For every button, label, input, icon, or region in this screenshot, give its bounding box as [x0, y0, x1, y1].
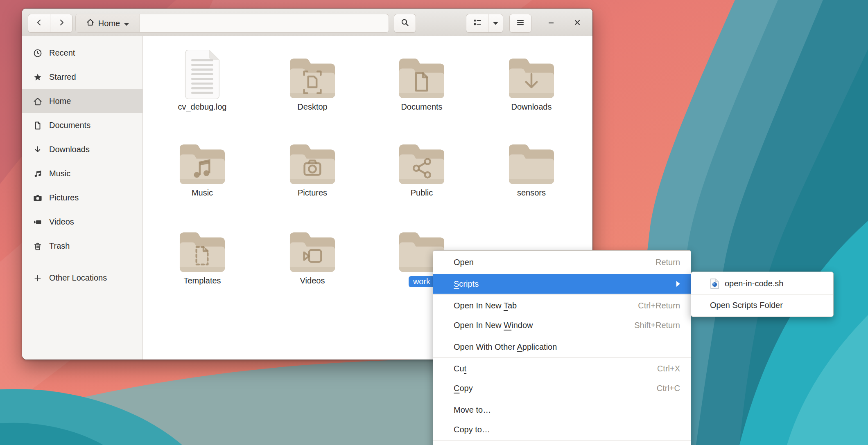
home-icon	[33, 97, 43, 106]
folder-icon	[177, 136, 228, 185]
list-view-icon	[472, 18, 482, 29]
location-button-home[interactable]: Home	[76, 14, 140, 32]
menu-separator	[433, 440, 691, 441]
script-file-icon	[710, 278, 719, 289]
menu-item-move-to[interactable]: Move to…	[433, 400, 691, 420]
menu-item-copy-to[interactable]: Copy to…	[433, 420, 691, 439]
minimize-button[interactable]	[543, 14, 559, 33]
caret-down-icon	[124, 19, 129, 28]
star-icon	[33, 72, 43, 82]
submenu-item-label: open-in-code.sh	[725, 279, 783, 288]
places-sidebar: RecentStarredHomeDocumentsDownloadsMusic…	[22, 36, 143, 360]
sidebar-item-label: Downloads	[49, 145, 90, 154]
sidebar-item-label: Documents	[49, 121, 90, 130]
sidebar-item-downloads[interactable]: Downloads	[22, 137, 142, 162]
file-label: Public	[411, 188, 433, 198]
file-label: Documents	[401, 102, 442, 112]
caret-down-icon	[493, 20, 499, 27]
menu-item-open-with-other-application[interactable]: Open With Other Application	[433, 337, 691, 357]
menu-separator	[433, 273, 691, 273]
scripts-submenu: open-in-code.shOpen Scripts Folder	[691, 272, 834, 317]
path-bar-empty[interactable]	[140, 14, 389, 32]
search-button[interactable]	[394, 14, 416, 33]
submenu-item-open-in-code-sh[interactable]: open-in-code.sh	[691, 274, 833, 293]
camera-icon	[33, 193, 43, 203]
menu-item-label: Copy to…	[454, 425, 490, 434]
download-icon	[33, 145, 43, 155]
file-tile[interactable]: Videos	[269, 224, 355, 285]
music-icon	[33, 169, 43, 179]
file-tile[interactable]: cv_debug.log	[159, 50, 245, 112]
menu-accel: Shift+Return	[634, 321, 680, 330]
sidebar-item-starred[interactable]: Starred	[22, 65, 142, 89]
sidebar-item-trash[interactable]: Trash	[22, 234, 142, 258]
folder-icon	[396, 50, 447, 99]
hamburger-menu-button[interactable]	[509, 14, 531, 33]
document-icon	[33, 121, 43, 130]
menu-item-cut[interactable]: CutCtrl+X	[433, 359, 691, 378]
file-tile[interactable]: Desktop	[269, 50, 355, 112]
file-tile[interactable]: Public	[379, 136, 465, 198]
sidebar-item-videos[interactable]: Videos	[22, 210, 142, 234]
menu-accel: Ctrl+C	[657, 384, 680, 393]
menu-item-open[interactable]: OpenReturn	[433, 252, 691, 272]
file-tile[interactable]: sensors	[488, 136, 574, 198]
sidebar-separator	[22, 262, 142, 262]
video-icon	[33, 217, 43, 227]
file-tile[interactable]: Templates	[159, 224, 245, 285]
folder-icon	[506, 136, 557, 185]
search-icon	[400, 18, 410, 29]
menu-item-label: Cut	[454, 364, 466, 373]
menu-item-label: Move to…	[454, 405, 491, 415]
sidebar-item-music[interactable]: Music	[22, 162, 142, 186]
file-tile[interactable]: Downloads	[488, 50, 574, 112]
menu-item-move-to-trash[interactable]: Move to TrashDelete	[433, 441, 691, 445]
nav-button-group	[28, 14, 72, 33]
sidebar-item-documents[interactable]: Documents	[22, 113, 142, 137]
menu-item-open-in-new-window[interactable]: Open In New WindowShift+Return	[433, 315, 691, 335]
file-tile[interactable]: Music	[159, 136, 245, 198]
folder-icon	[287, 136, 338, 185]
view-options-button[interactable]	[488, 14, 503, 32]
file-label: Templates	[183, 276, 221, 285]
menu-item-label: Open In New Window	[454, 321, 533, 330]
text-file-icon	[183, 50, 222, 99]
file-label: cv_debug.log	[178, 102, 227, 112]
menu-accel: Ctrl+Return	[638, 301, 680, 310]
forward-button[interactable]	[50, 14, 72, 32]
menu-separator	[433, 294, 691, 295]
home-icon	[86, 18, 95, 29]
view-toggle-button[interactable]	[466, 14, 488, 32]
minimize-icon	[547, 19, 555, 28]
menu-item-scripts[interactable]: Scripts	[433, 274, 691, 294]
sidebar-item-recent[interactable]: Recent	[22, 41, 142, 65]
menu-separator	[433, 336, 691, 336]
menu-item-copy[interactable]: CopyCtrl+C	[433, 378, 691, 398]
file-label: Videos	[300, 276, 325, 285]
header-bar: Home	[22, 9, 592, 36]
sidebar-item-home[interactable]: Home	[22, 89, 142, 113]
submenu-item-open-scripts-folder[interactable]: Open Scripts Folder	[691, 295, 833, 315]
menu-item-open-in-new-tab[interactable]: Open In New TabCtrl+Return	[433, 296, 691, 315]
menu-item-label: Scripts	[454, 279, 479, 289]
chevron-right-icon	[57, 18, 66, 29]
sidebar-item-pictures[interactable]: Pictures	[22, 186, 142, 210]
sidebar-item-label: Other Locations	[49, 273, 107, 283]
file-tile[interactable]: Pictures	[269, 136, 355, 198]
back-button[interactable]	[28, 14, 50, 32]
file-label: Pictures	[298, 188, 327, 198]
file-tile[interactable]: Documents	[379, 50, 465, 112]
folder-icon	[287, 224, 338, 273]
file-label: Downloads	[511, 102, 552, 112]
location-label: Home	[98, 19, 120, 28]
context-menu: OpenReturnScriptsOpen In New TabCtrl+Ret…	[433, 250, 691, 445]
menu-item-label: Copy	[454, 384, 473, 393]
sidebar-item-label: Pictures	[49, 193, 79, 202]
menu-separator	[691, 294, 833, 294]
submenu-item-label: Open Scripts Folder	[710, 301, 783, 310]
sidebar-item-label: Videos	[49, 217, 74, 227]
sidebar-item-other-locations[interactable]: Other Locations	[22, 266, 142, 290]
sidebar-item-label: Recent	[49, 48, 75, 58]
close-button[interactable]	[569, 14, 585, 33]
sidebar-item-label: Starred	[49, 72, 76, 82]
